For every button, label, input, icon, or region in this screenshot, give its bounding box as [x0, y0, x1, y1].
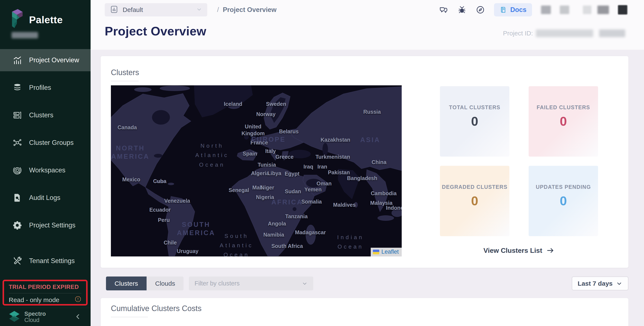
- sidebar-item-project-overview[interactable]: Project Overview: [0, 49, 90, 71]
- leaflet-attribution[interactable]: Leaflet: [371, 248, 402, 256]
- costs-card-title: Cumulative Clusters Costs: [111, 304, 202, 313]
- topbar: Default / Project Overview: [90, 0, 644, 50]
- profiles-icon: [12, 83, 22, 93]
- cluster-stats-grid: TOTAL CLUSTERS0FAILED CLUSTERS0DEGRADED …: [440, 86, 598, 236]
- trial-subtitle: Read - only mode: [9, 296, 60, 304]
- date-range-selector[interactable]: Last 7 days: [572, 277, 628, 290]
- docs-label: Docs: [510, 6, 526, 14]
- sidebar-item-label: Tenant Settings: [29, 257, 75, 265]
- sidebar-item-label: Profiles: [29, 84, 51, 92]
- project-selector-icon: [110, 5, 118, 14]
- docs-button[interactable]: Docs: [494, 3, 532, 16]
- footer-brand-line1: Spectro: [24, 311, 46, 317]
- sidebar-item-label: Audit Logs: [29, 194, 60, 202]
- filter-placeholder: Filter by clusters: [194, 280, 240, 287]
- sidebar-item-label: Project Overview: [29, 56, 79, 64]
- tab-clouds-label: Clouds: [155, 280, 175, 287]
- leaflet-label: Leaflet: [382, 249, 399, 255]
- stat-card-failed-clusters: FAILED CLUSTERS0: [528, 86, 598, 157]
- brand[interactable]: Palette: [11, 8, 63, 31]
- project-settings-icon: [12, 220, 22, 230]
- workspaces-icon: [12, 165, 22, 175]
- chevron-down-icon: [302, 281, 308, 287]
- trial-title: TRIAL PERIOD EXPIRED: [9, 284, 82, 290]
- explore-compass-icon[interactable]: [476, 5, 485, 14]
- sidebar-item-workspaces[interactable]: Workspaces: [0, 159, 90, 181]
- redacted-toolbar-item[interactable]: [583, 5, 592, 14]
- clusters-icon: [12, 110, 22, 120]
- main-area: Default / Project Overview: [90, 0, 644, 326]
- sidebar: Palette Project OverviewProfilesClusters…: [0, 0, 90, 326]
- redacted-toolbar-item[interactable]: [541, 5, 551, 14]
- title-underline: [111, 81, 139, 81]
- filter-row: Clusters Clouds Filter by clusters Last …: [106, 277, 628, 290]
- sidebar-item-project-settings[interactable]: Project Settings: [0, 214, 90, 236]
- tab-clouds[interactable]: Clouds: [146, 277, 184, 290]
- stat-label: UPDATES PENDING: [536, 184, 591, 190]
- palette-logo-icon: [11, 8, 24, 31]
- report-bug-icon[interactable]: [457, 5, 467, 14]
- project-id-label: Project ID:: [503, 30, 533, 37]
- stat-value: 0: [560, 114, 567, 129]
- chevron-down-icon: [196, 6, 202, 13]
- ukraine-flag-icon: [373, 250, 379, 254]
- stat-label: DEGRADED CLUSTERS: [442, 184, 508, 190]
- page-title: Project Overview: [105, 24, 206, 38]
- sidebar-item-profiles[interactable]: Profiles: [0, 77, 90, 99]
- chevron-down-icon: [616, 280, 622, 287]
- clusters-card-title: Clusters: [111, 68, 139, 77]
- warning-octagon-icon[interactable]: [74, 296, 82, 304]
- tenant-settings-icon: [12, 256, 22, 266]
- stat-card-total-clusters: TOTAL CLUSTERS0: [440, 86, 510, 157]
- project-id: Project ID:: [503, 29, 625, 37]
- sidebar-item-clusters[interactable]: Clusters: [0, 104, 90, 126]
- trial-divider: [9, 293, 82, 293]
- sidebar-nav: Project OverviewProfilesClustersCluster …: [0, 49, 90, 277]
- breadcrumb-separator: /: [217, 6, 219, 14]
- project-selector[interactable]: Default: [105, 3, 207, 16]
- content: Clusters: [90, 50, 644, 326]
- redacted-toolbar-item[interactable]: [598, 5, 609, 14]
- sidebar-item-label: Cluster Groups: [29, 139, 74, 147]
- view-clusters-list-label: View Clusters List: [483, 247, 542, 255]
- filter-by-clusters-select[interactable]: Filter by clusters: [189, 277, 313, 290]
- view-clusters-list-link[interactable]: View Clusters List: [440, 246, 598, 255]
- breadcrumb-current[interactable]: Project Overview: [223, 6, 277, 14]
- project-id-redacted: [599, 29, 625, 37]
- brand-name: Palette: [29, 14, 63, 26]
- arrow-right-icon: [546, 246, 555, 255]
- version-redacted: [12, 32, 38, 38]
- stat-label: TOTAL CLUSTERS: [449, 104, 500, 111]
- feedback-chat-icon[interactable]: [439, 5, 448, 14]
- footer-brand-line2: Cloud: [24, 317, 46, 323]
- stat-label: FAILED CLUSTERS: [536, 104, 590, 111]
- sidebar-item-label: Project Settings: [29, 221, 76, 229]
- sidebar-item-tenant-settings[interactable]: Tenant Settings: [0, 250, 90, 272]
- title-underline: [111, 317, 148, 317]
- stat-value: 0: [471, 193, 478, 208]
- stat-value: 0: [471, 114, 478, 129]
- project-selector-value: Default: [123, 6, 192, 13]
- sidebar-item-label: Workspaces: [29, 166, 66, 174]
- stat-value: 0: [560, 193, 567, 208]
- tab-clusters[interactable]: Clusters: [106, 277, 146, 290]
- audit-logs-icon: [12, 193, 22, 203]
- date-range-value: Last 7 days: [578, 280, 612, 287]
- sidebar-footer: Spectro Cloud: [0, 308, 90, 326]
- sidebar-item-cluster-groups[interactable]: Cluster Groups: [0, 132, 90, 154]
- cluster-groups-icon: [12, 138, 22, 148]
- sidebar-item-audit-logs[interactable]: Audit Logs: [0, 187, 90, 209]
- trial-banner: TRIAL PERIOD EXPIRED Read - only mode: [2, 280, 88, 306]
- spectro-cloud-logo-icon: [8, 311, 20, 324]
- redacted-toolbar-item[interactable]: [560, 5, 569, 14]
- project-id-redacted: [536, 29, 593, 37]
- collapse-sidebar-chevron-icon[interactable]: [74, 313, 82, 321]
- breadcrumb: / Project Overview: [217, 3, 276, 16]
- costs-card: Cumulative Clusters Costs: [101, 298, 628, 326]
- stat-card-degraded-clusters: DEGRADED CLUSTERS0: [440, 166, 510, 236]
- tab-clusters-label: Clusters: [114, 280, 138, 287]
- clusters-world-map[interactable]: IcelandSwedenNorwayRussiaCanadaUnited Ki…: [111, 85, 402, 256]
- sidebar-item-label: Clusters: [29, 111, 54, 119]
- redacted-avatar[interactable]: [618, 5, 627, 14]
- project-overview-icon: [12, 55, 22, 65]
